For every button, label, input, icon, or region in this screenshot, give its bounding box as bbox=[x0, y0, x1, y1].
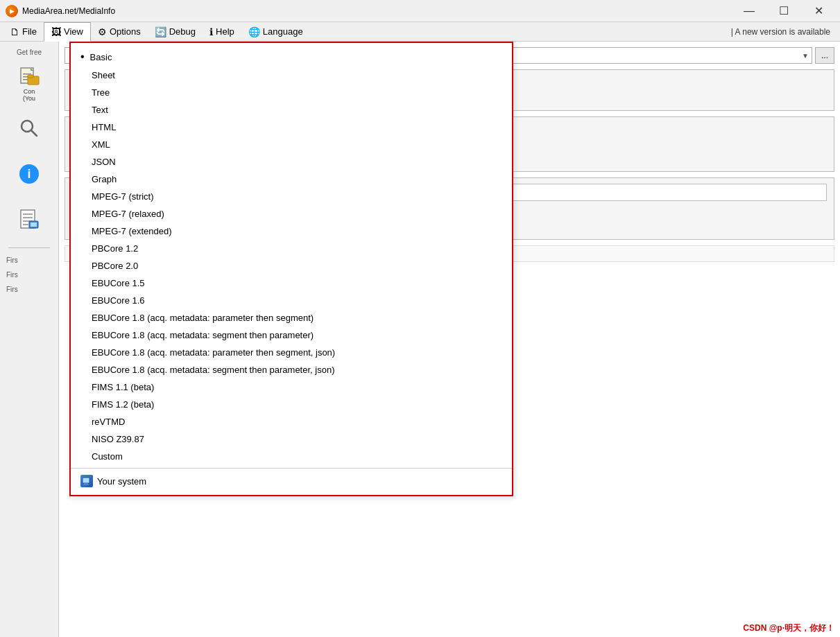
svg-rect-2 bbox=[23, 73, 31, 75]
view-icon: 🖼 bbox=[51, 26, 61, 37]
maximize-button[interactable]: ☐ bbox=[768, 0, 800, 22]
watermark: CSDN @p·明天，你好！ bbox=[743, 622, 834, 634]
title-bar: ▶ MediaArea.net/MediaInfo — ☐ ✕ bbox=[0, 0, 840, 22]
help-menu[interactable]: ℹ Help bbox=[203, 22, 241, 42]
debug-icon: 🔄 bbox=[155, 26, 166, 37]
sidebar-open-button[interactable]: Con(You bbox=[5, 62, 53, 103]
view-menu[interactable]: 🖼 View bbox=[44, 22, 91, 42]
close-button[interactable]: ✕ bbox=[803, 0, 834, 22]
view-menu-item-text[interactable]: Text bbox=[71, 101, 512, 119]
help-icon: ℹ bbox=[209, 26, 213, 37]
svg-rect-17 bbox=[31, 222, 37, 227]
view-menu-item-json[interactable]: JSON bbox=[71, 153, 512, 171]
sidebar-separator bbox=[8, 247, 50, 248]
title-bar-controls: — ☐ ✕ bbox=[733, 0, 834, 22]
your-system-label: Your system bbox=[97, 476, 146, 487]
view-menu-item-mpeg7-relaxed[interactable]: MPEG-7 (relaxed) bbox=[71, 205, 512, 222]
view-menu-item-ebucore18-pts-json[interactable]: EBUCore 1.8 (acq. metadata: parameter th… bbox=[71, 344, 512, 361]
title-bar-text: MediaArea.net/MediaInfo bbox=[22, 6, 733, 16]
view-menu-item-your-system[interactable]: Your system bbox=[71, 471, 512, 491]
debug-menu[interactable]: 🔄 Debug bbox=[148, 22, 203, 42]
open-file-icon bbox=[18, 64, 40, 86]
minimize-button[interactable]: — bbox=[733, 0, 765, 22]
sidebar-search-button[interactable] bbox=[5, 107, 53, 149]
sidebar-doc-button[interactable] bbox=[5, 199, 53, 241]
sidebar-first3: Firs bbox=[5, 284, 53, 295]
view-menu-item-fims11[interactable]: FIMS 1.1 (beta) bbox=[71, 378, 512, 396]
view-menu-item-ebucore18-stp-json[interactable]: EBUCore 1.8 (acq. metadata: segment then… bbox=[71, 361, 512, 378]
sidebar-first2: Firs bbox=[5, 270, 53, 280]
info-icon: i bbox=[18, 163, 40, 185]
view-menu-item-revtmd[interactable]: reVTMD bbox=[71, 413, 512, 430]
file-icon: 🗋 bbox=[10, 26, 19, 37]
view-menu-item-html[interactable]: HTML bbox=[71, 119, 512, 136]
view-menu-item-graph[interactable]: Graph bbox=[71, 171, 512, 188]
sidebar: Get free Con(You bbox=[0, 42, 59, 637]
view-menu-item-pbcore20[interactable]: PBCore 2.0 bbox=[71, 257, 512, 274]
your-system-icon bbox=[80, 475, 93, 487]
options-menu[interactable]: ⚙ Options bbox=[91, 22, 148, 42]
view-menu-item-ebucore15[interactable]: EBUCore 1.5 bbox=[71, 274, 512, 292]
language-icon: 🌐 bbox=[248, 26, 260, 37]
document-icon bbox=[18, 209, 40, 231]
svg-rect-20 bbox=[83, 485, 89, 485]
svg-rect-19 bbox=[84, 483, 88, 485]
view-menu-item-pbcore12[interactable]: PBCore 1.2 bbox=[71, 240, 512, 257]
svg-rect-18 bbox=[83, 478, 89, 483]
view-menu-item-ebucore16[interactable]: EBUCore 1.6 bbox=[71, 292, 512, 309]
app-icon: ▶ bbox=[6, 5, 18, 17]
view-menu-item-xml[interactable]: XML bbox=[71, 136, 512, 153]
view-menu-item-tree[interactable]: Tree bbox=[71, 84, 512, 101]
svg-text:i: i bbox=[27, 167, 31, 181]
browse-button[interactable]: ... bbox=[815, 47, 834, 64]
view-menu-item-basic[interactable]: Basic bbox=[71, 47, 512, 67]
options-icon: ⚙ bbox=[98, 26, 107, 37]
svg-line-8 bbox=[31, 130, 37, 136]
sidebar-info-button[interactable]: i bbox=[5, 153, 53, 195]
view-menu-item-sheet[interactable]: Sheet bbox=[71, 67, 512, 84]
svg-rect-6 bbox=[28, 75, 33, 78]
sidebar-first1: Firs bbox=[5, 255, 53, 265]
view-dropdown-menu: Basic Sheet Tree Text HTML XML JSON Grap… bbox=[69, 42, 513, 496]
file-menu[interactable]: 🗋 File bbox=[3, 22, 44, 42]
get-free-label: Get free bbox=[14, 47, 44, 58]
language-menu[interactable]: 🌐 Language bbox=[241, 22, 310, 42]
view-menu-item-custom[interactable]: Custom bbox=[71, 448, 512, 465]
dropdown-arrow-icon: ▼ bbox=[802, 52, 809, 60]
view-menu-item-ebucore18-pts[interactable]: EBUCore 1.8 (acq. metadata: parameter th… bbox=[71, 309, 512, 326]
menu-bar: 🗋 File 🖼 View ⚙ Options 🔄 Debug ℹ Help 🌐… bbox=[0, 22, 840, 42]
search-icon bbox=[18, 117, 40, 139]
view-menu-item-fims12[interactable]: FIMS 1.2 (beta) bbox=[71, 396, 512, 413]
view-menu-item-niso[interactable]: NISO Z39.87 bbox=[71, 430, 512, 448]
view-menu-item-ebucore18-stp[interactable]: EBUCore 1.8 (acq. metadata: segment then… bbox=[71, 326, 512, 344]
view-menu-item-mpeg7-extended[interactable]: MPEG-7 (extended) bbox=[71, 222, 512, 240]
version-notice: | A new version is available bbox=[731, 27, 837, 37]
view-menu-item-mpeg7-strict[interactable]: MPEG-7 (strict) bbox=[71, 188, 512, 205]
sidebar-con-label: Con(You bbox=[23, 88, 35, 102]
view-menu-separator bbox=[71, 468, 512, 469]
